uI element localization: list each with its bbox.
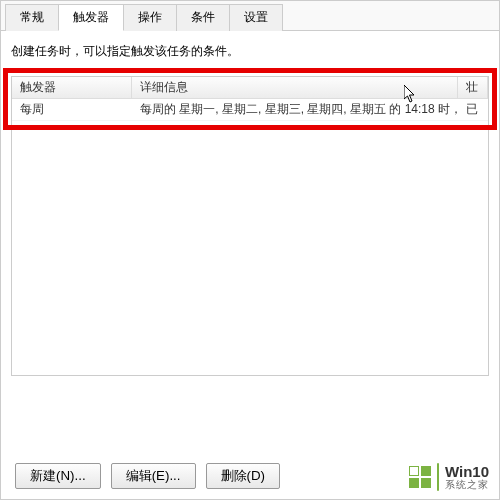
- watermark: Win10 系统之家: [409, 463, 489, 491]
- cell-status: 已: [458, 98, 488, 121]
- tab-bar: 常规 触发器 操作 条件 设置: [1, 1, 499, 31]
- col-status[interactable]: 壮: [458, 76, 488, 99]
- table-header: 触发器 详细信息 壮: [12, 77, 488, 99]
- tab-content: 创建任务时，可以指定触发该任务的条件。 触发器 详细信息 壮 每周 每周的 星期…: [1, 31, 499, 500]
- tab-triggers[interactable]: 触发器: [58, 4, 124, 31]
- tab-settings[interactable]: 设置: [229, 4, 283, 31]
- cell-trigger: 每周: [12, 98, 132, 121]
- description-text: 创建任务时，可以指定触发该任务的条件。: [11, 43, 489, 60]
- tab-general[interactable]: 常规: [5, 4, 59, 31]
- watermark-sub: 系统之家: [445, 480, 489, 491]
- tab-actions[interactable]: 操作: [123, 4, 177, 31]
- col-detail[interactable]: 详细信息: [132, 76, 458, 99]
- cell-detail: 每周的 星期一, 星期二, 星期三, 星期四, 星期五 的 14:18 时，无: [132, 98, 458, 121]
- trigger-list-area: 触发器 详细信息 壮 每周 每周的 星期一, 星期二, 星期三, 星期四, 星期…: [11, 76, 489, 451]
- watermark-main: Win10: [445, 464, 489, 480]
- delete-button[interactable]: 删除(D): [206, 463, 281, 489]
- col-trigger[interactable]: 触发器: [12, 76, 132, 99]
- watermark-separator: [437, 463, 439, 491]
- watermark-logo-icon: [409, 466, 431, 488]
- new-button[interactable]: 新建(N)...: [15, 463, 101, 489]
- trigger-table[interactable]: 触发器 详细信息 壮 每周 每周的 星期一, 星期二, 星期三, 星期四, 星期…: [11, 76, 489, 376]
- watermark-text: Win10 系统之家: [445, 464, 489, 490]
- task-scheduler-window: 常规 触发器 操作 条件 设置 创建任务时，可以指定触发该任务的条件。 触发器 …: [0, 0, 500, 500]
- edit-button[interactable]: 编辑(E)...: [111, 463, 196, 489]
- tab-conditions[interactable]: 条件: [176, 4, 230, 31]
- table-row[interactable]: 每周 每周的 星期一, 星期二, 星期三, 星期四, 星期五 的 14:18 时…: [12, 99, 488, 121]
